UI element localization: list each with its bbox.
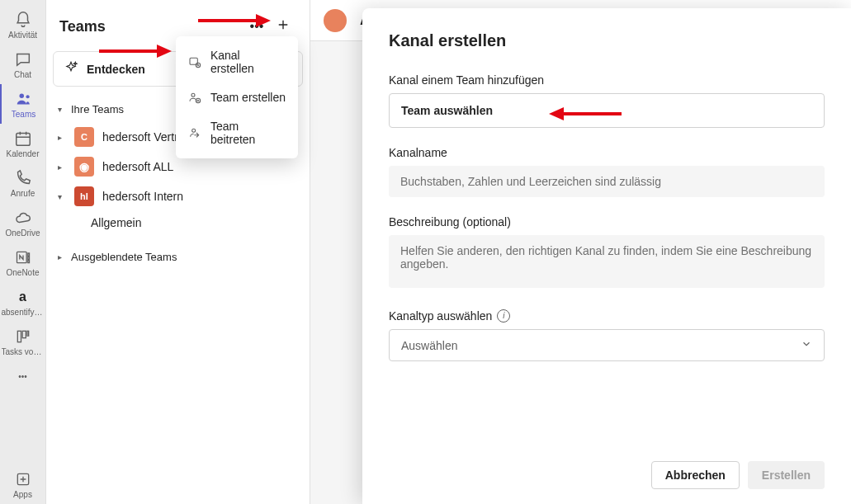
chevron-down-icon: ▾ [58, 105, 66, 114]
nav-label: Kalender [6, 150, 39, 158]
app-icon: a [13, 287, 33, 307]
team-row[interactable]: ▾ hI hedersoft Intern [53, 181, 303, 211]
board-icon [13, 327, 33, 346]
team-avatar: C [74, 127, 94, 147]
channel-avatar [324, 9, 347, 32]
team-select-button[interactable]: Team auswählen [389, 93, 825, 128]
nav-onedrive[interactable]: OneDrive [0, 203, 46, 243]
description-input[interactable] [389, 235, 825, 288]
svg-point-12 [192, 129, 196, 132]
chevron-down-icon [801, 338, 812, 352]
discover-label: Entdecken [87, 63, 145, 76]
create-channel-dialog: Kanal erstellen Kanal einem Team hinzufü… [362, 8, 851, 504]
nav-teams[interactable]: Teams [0, 84, 46, 124]
onenote-icon [13, 247, 33, 267]
menu-label: Kanal erstellen [210, 49, 286, 75]
cancel-button[interactable]: Abbrechen [651, 461, 740, 489]
team-avatar: hI [74, 186, 94, 206]
nav-label: OneNote [6, 269, 39, 277]
svg-rect-4 [17, 331, 21, 341]
type-label: Kanaltyp auswählen i [389, 309, 825, 323]
teams-panel: Teams ••• Entdecken ▾ Ihre Teams ▸ C hed… [46, 0, 310, 504]
phone-icon [13, 168, 33, 188]
sparkle-icon [64, 60, 78, 78]
chevron-down-icon: ▾ [58, 192, 66, 201]
channel-row[interactable]: Allgemein [53, 211, 303, 234]
nav-calls[interactable]: Anrufe [0, 163, 46, 203]
nav-more[interactable]: ••• [0, 361, 46, 391]
channel-name-input[interactable] [389, 166, 825, 197]
type-label-text: Kanaltyp auswählen [389, 309, 492, 323]
add-to-team-label: Kanal einem Team hinzufügen [389, 73, 825, 87]
chevron-right-icon: ▸ [58, 133, 66, 142]
dialog-footer: Abbrechen Erstellen [362, 446, 851, 504]
dialog-title: Kanal erstellen [389, 31, 825, 50]
type-select-value: Auswählen [401, 339, 458, 352]
svg-rect-5 [22, 331, 26, 337]
team-join-icon [187, 125, 202, 140]
svg-point-1 [26, 95, 29, 98]
nav-label: OneDrive [5, 229, 40, 238]
type-select[interactable]: Auswählen [389, 329, 825, 361]
menu-create-channel[interactable]: Kanal erstellen [176, 41, 298, 82]
apps-icon [13, 469, 33, 489]
svg-point-10 [191, 93, 195, 97]
menu-label: Team erstellen [210, 91, 286, 104]
channel-add-icon [187, 54, 202, 69]
hidden-teams-header[interactable]: ▸ Ausgeblendete Teams [53, 244, 303, 270]
nav-label: Tasks von … [2, 348, 45, 356]
team-name: hedersoft Intern [102, 190, 183, 203]
teams-title: Teams [59, 18, 243, 35]
nav-calendar[interactable]: Kalender [0, 124, 46, 163]
more-icon: ••• [250, 19, 264, 34]
nav-chat[interactable]: Chat [0, 45, 46, 84]
description-label: Beschreibung (optional) [389, 215, 825, 228]
channel-name-label: Kanalname [389, 146, 825, 159]
nav-activity[interactable]: Aktivität [0, 5, 46, 45]
team-add-icon [187, 90, 202, 105]
chevron-right-icon: ▸ [58, 163, 66, 172]
chat-icon [13, 49, 33, 69]
nav-label: Apps [13, 491, 32, 499]
people-icon [14, 89, 34, 109]
app-rail: Aktivität Chat Teams Kalender Anrufe One… [0, 0, 46, 504]
nav-label: Aktivität [8, 31, 37, 40]
plus-icon [276, 17, 291, 35]
nav-label: Anrufe [11, 190, 35, 198]
menu-join-team[interactable]: Team beitreten [176, 112, 298, 153]
svg-point-0 [19, 94, 24, 99]
nav-tasks[interactable]: Tasks von … [0, 322, 46, 361]
your-teams-label: Ihre Teams [71, 103, 124, 115]
cloud-icon [13, 208, 33, 228]
svg-rect-6 [27, 331, 29, 336]
nav-onenote[interactable]: OneNote [0, 243, 46, 282]
nav-label: absentify … [2, 309, 45, 317]
nav-absentify[interactable]: a absentify … [0, 282, 46, 322]
team-name: hedersoft ALL [102, 160, 173, 173]
add-menu: Kanal erstellen Team erstellen Team beit… [176, 36, 298, 158]
svg-rect-2 [16, 134, 30, 146]
chevron-right-icon: ▸ [58, 252, 66, 261]
info-icon[interactable]: i [497, 309, 510, 323]
calendar-icon [13, 129, 33, 148]
nav-label: Teams [12, 111, 35, 119]
more-icon: ••• [13, 366, 33, 386]
nav-label: Chat [14, 71, 31, 79]
menu-create-team[interactable]: Team erstellen [176, 82, 298, 112]
nav-apps[interactable]: Apps [0, 464, 46, 504]
bell-icon [13, 10, 33, 30]
menu-label: Team beitreten [210, 120, 286, 146]
hidden-teams-label: Ausgeblendete Teams [71, 251, 177, 263]
create-button[interactable]: Erstellen [748, 461, 825, 489]
team-avatar: ◉ [74, 157, 94, 177]
